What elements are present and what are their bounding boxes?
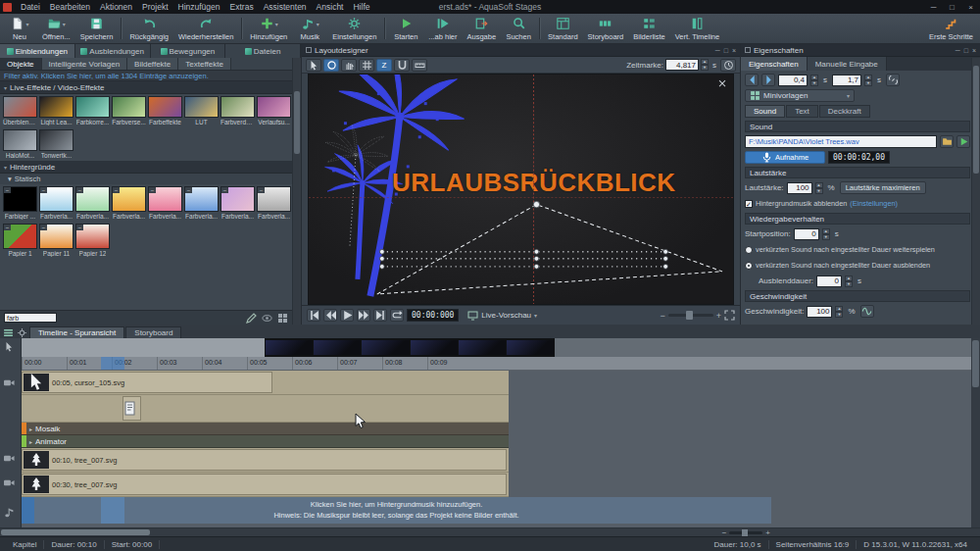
zoom-in-icon[interactable]: + <box>716 311 721 321</box>
grid-view-icon[interactable] <box>277 313 288 324</box>
music-button[interactable]: ▾ Musik <box>292 14 327 43</box>
background-thumbnail[interactable]: Farbverla... <box>257 186 291 220</box>
layout-vertical-timeline-button[interactable]: Vert. Timeline <box>670 14 724 43</box>
clip-tree2[interactable]: 00:30, tree_007.svg <box>22 474 507 495</box>
duration-stepper[interactable]: ▲▼ <box>810 75 818 86</box>
subsection-static[interactable]: ▾ Statisch <box>0 174 301 184</box>
play-from-here-button[interactable]: ...ab hier <box>423 14 462 43</box>
search-button[interactable]: Suchen <box>501 14 536 43</box>
close-button[interactable]: × <box>961 0 980 14</box>
panel-undock-icon[interactable]: ─ <box>956 47 960 54</box>
fit-view-icon[interactable] <box>724 310 735 321</box>
layout-standard-button[interactable]: Standard <box>543 14 582 43</box>
output-button[interactable]: Ausgabe <box>463 14 502 43</box>
browse-file-button[interactable] <box>940 135 954 148</box>
snap-button[interactable] <box>394 59 410 72</box>
undo-button[interactable]: Rückgängig <box>124 14 173 43</box>
media-pool-subtab[interactable]: Bildeffekte <box>127 58 178 70</box>
next-object-button[interactable] <box>761 74 775 86</box>
volume-field[interactable]: 100 <box>787 182 812 194</box>
media-pool-scrollbar[interactable] <box>292 58 301 325</box>
track-header-animator[interactable]: ▸ Animator <box>22 435 509 448</box>
tab-storyboard[interactable]: Storyboard <box>125 326 181 338</box>
background-thumbnail[interactable]: Farbverla... <box>112 186 146 220</box>
layout-imagelist-button[interactable]: Bilderliste <box>628 14 670 43</box>
ruler-button[interactable] <box>412 59 427 72</box>
menu-item[interactable]: Assistenten <box>259 0 312 14</box>
properties-subtab[interactable]: Sound <box>745 105 785 118</box>
timeline-zoom-slider[interactable] <box>729 531 762 534</box>
duck-settings-link[interactable]: (Einstellungen) <box>850 199 898 208</box>
duration-field[interactable]: 0,4 <box>778 75 808 86</box>
background-music-track[interactable]: Klicken Sie hier, um Hintergrundmusik hi… <box>22 497 771 524</box>
preview-canvas[interactable]: URLAUBSRÜCKBLICK <box>308 74 734 305</box>
grid-button[interactable] <box>359 59 374 72</box>
go-end-button[interactable] <box>373 309 387 322</box>
play-sound-button[interactable] <box>956 135 970 148</box>
pencil-icon[interactable] <box>246 313 257 324</box>
background-thumbnail[interactable]: Farbiger ... <box>3 186 37 220</box>
clip-tree1[interactable]: 00:10, tree_007.svg <box>22 449 507 471</box>
timemark-stepper[interactable]: ▲▼ <box>701 59 709 71</box>
media-pool-subtab[interactable]: Objekte <box>0 58 42 70</box>
maximize-volume-button[interactable]: Lautstärke maximieren <box>840 181 926 194</box>
clip-small-object[interactable] <box>122 396 141 421</box>
filter-notice[interactable]: Filter aktiv. Klicken Sie hier, um alle … <box>0 71 301 81</box>
section-backgrounds[interactable]: ▾ Hintergründe <box>0 161 301 174</box>
timeline-settings-button[interactable] <box>16 326 28 338</box>
fade-stepper[interactable]: ▲▼ <box>845 276 853 287</box>
startpos-field[interactable]: 0 <box>794 228 819 240</box>
save-button[interactable]: Speichern <box>75 14 119 43</box>
media-pool-subtab[interactable]: Intelligente Vorlagen <box>42 58 128 70</box>
eye-icon[interactable] <box>262 313 272 324</box>
play-preview-button[interactable] <box>340 309 354 322</box>
background-thumbnail[interactable]: Farbverla... <box>184 186 219 220</box>
zoom-tool-button[interactable]: Z <box>376 59 392 72</box>
duck-music-checkbox[interactable]: ✓ <box>745 200 753 208</box>
paper-thumbnail[interactable]: Papier 11 <box>39 224 74 257</box>
paper-thumbnail[interactable]: Papier 12 <box>75 224 110 257</box>
start-button[interactable]: Starten <box>388 14 423 43</box>
menu-item[interactable]: Extras <box>225 0 259 14</box>
speed-stepper[interactable]: ▲▼ <box>835 306 843 318</box>
open-button[interactable]: ▾ Öffnen... <box>37 14 75 43</box>
properties-subtab[interactable]: Deckkraft <box>819 105 870 118</box>
tab-timeline-track-view[interactable]: Timeline - Spuransicht <box>29 326 124 338</box>
pointer-icon[interactable] <box>4 341 15 352</box>
background-thumbnail[interactable]: Farbverla... <box>75 186 110 220</box>
track-camera-icon[interactable] <box>4 477 15 488</box>
media-pool-tab[interactable]: Bewegungen <box>151 44 226 58</box>
timeline-horizontal-scrollbar[interactable]: − + <box>0 527 980 536</box>
panel-close-icon[interactable]: × <box>732 47 736 54</box>
menu-item[interactable]: Hilfe <box>348 0 374 14</box>
select-tool-button[interactable] <box>306 59 321 72</box>
filter-search-input[interactable]: farb <box>4 313 57 323</box>
effect-thumbnail[interactable]: LUT <box>184 96 219 125</box>
offset-field[interactable]: 1,7 <box>832 75 861 86</box>
background-thumbnail[interactable]: Farbverla... <box>39 186 74 220</box>
panel-close-icon[interactable]: × <box>972 47 976 54</box>
effect-thumbnail[interactable]: Farbeffekte <box>148 96 182 125</box>
preview-mode-select[interactable]: Live-Vorschau ▾ <box>467 310 537 321</box>
track-camera-icon[interactable] <box>4 453 15 464</box>
timeline-ruler[interactable]: 00:0000:0100:0200:0300:0400:0500:0600:07… <box>22 357 971 371</box>
properties-tab[interactable]: Eigenschaften <box>741 57 808 71</box>
speed-curve-button[interactable] <box>860 305 874 318</box>
media-pool-subtab[interactable]: Texteffekte <box>178 58 231 70</box>
effect-thumbnail[interactable]: Überblendu... <box>3 96 37 125</box>
menu-item[interactable]: Aktionen <box>95 0 137 14</box>
pan-tool-button[interactable] <box>341 59 357 72</box>
track-row-3[interactable]: 00:10, tree_007.svg <box>22 448 509 473</box>
panel-maximize-icon[interactable]: □ <box>964 47 968 54</box>
radio-continue[interactable] <box>745 246 753 254</box>
offset-stepper[interactable]: ▲▼ <box>864 75 872 86</box>
effect-thumbnail[interactable]: Light Lea... <box>39 96 74 125</box>
step-forward-button[interactable] <box>357 309 370 322</box>
radio-fade[interactable] <box>745 262 753 270</box>
loop-button[interactable] <box>390 309 404 322</box>
track-row-1[interactable]: 00:05, cursor_105.svg <box>22 371 509 395</box>
link-button[interactable] <box>886 74 900 86</box>
fade-field[interactable]: 0 <box>816 276 842 287</box>
menu-item[interactable]: Bearbeiten <box>45 0 95 14</box>
effect-thumbnail[interactable]: Tonwertk... <box>39 129 74 159</box>
